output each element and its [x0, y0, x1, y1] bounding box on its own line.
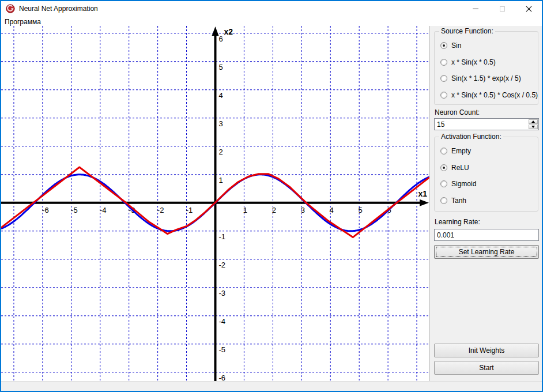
- menu-bar: Программа: [1, 16, 542, 26]
- svg-text:3: 3: [301, 206, 305, 214]
- app-window: Neural Net Approximation Программа -6-5-…: [0, 0, 543, 392]
- svg-text:4: 4: [330, 206, 334, 214]
- svg-text:-4: -4: [219, 317, 226, 326]
- radio-activation-empty[interactable]: Empty: [440, 147, 471, 155]
- radio-label: x * Sin(x * 0.5): [451, 58, 496, 66]
- radio-source-sinexp[interactable]: Sin(x * 1.5) * exp(x / 5): [440, 74, 521, 82]
- svg-text:-2: -2: [157, 206, 164, 214]
- radio-source-sincos[interactable]: x * Sin(x * 0.5) * Cos(x / 0.5): [440, 91, 538, 99]
- init-weights-button[interactable]: Init Weights: [434, 344, 539, 357]
- svg-text:-6: -6: [219, 374, 226, 381]
- radio-button-icon: [440, 42, 447, 49]
- status-bar: [1, 381, 542, 391]
- spin-down-button[interactable]: [529, 125, 538, 129]
- set-learning-rate-button[interactable]: Set Learning Rate: [434, 245, 539, 259]
- svg-text:1: 1: [243, 206, 247, 214]
- neuron-count-spinner: [434, 118, 539, 130]
- menu-item-programma[interactable]: Программа: [1, 17, 44, 27]
- svg-text:5: 5: [359, 206, 363, 214]
- radio-label: ReLU: [451, 164, 469, 172]
- svg-text:-6: -6: [42, 206, 49, 214]
- source-function-group: Source Function: Sin x * Sin(x * 0.5) Si…: [434, 31, 538, 105]
- radio-source-xsin[interactable]: x * Sin(x * 0.5): [440, 58, 496, 66]
- svg-text:-3: -3: [219, 289, 226, 297]
- svg-text:6: 6: [219, 35, 223, 43]
- tick-labels: -6-5-4-3-2-1123456654321-1-2-3-4-5-6: [42, 35, 391, 381]
- radio-activation-tanh[interactable]: Tanh: [440, 197, 466, 205]
- plot-svg: -6-5-4-3-2-1123456654321-1-2-3-4-5-6x2x1: [1, 26, 429, 381]
- minimize-button[interactable]: [462, 1, 489, 16]
- radio-source-sin[interactable]: Sin: [440, 42, 461, 50]
- svg-text:x2: x2: [224, 27, 233, 36]
- learning-rate-label: Learning Rate:: [435, 218, 480, 226]
- svg-text:1: 1: [219, 176, 223, 184]
- arrow-up-icon: [531, 120, 535, 123]
- svg-text:4: 4: [219, 91, 223, 100]
- svg-text:-5: -5: [71, 206, 78, 214]
- window-title: Neural Net Approximation: [19, 1, 98, 16]
- radio-button-icon: [440, 75, 447, 82]
- radio-label: Sigmoid: [451, 180, 476, 188]
- spin-up-button[interactable]: [529, 119, 538, 124]
- radio-button-icon: [440, 148, 447, 154]
- minimize-icon: [473, 9, 478, 9]
- app-icon: [6, 4, 15, 13]
- svg-text:-5: -5: [219, 345, 226, 354]
- svg-text:-4: -4: [100, 206, 107, 214]
- radio-button-icon: [440, 180, 447, 187]
- maximize-icon: [500, 6, 505, 12]
- plot-area: -6-5-4-3-2-1123456654321-1-2-3-4-5-6x2x1: [1, 26, 429, 381]
- close-icon: [526, 6, 532, 12]
- radio-button-icon: [440, 59, 447, 66]
- neuron-count-label: Neuron Count:: [435, 108, 480, 116]
- arrow-down-icon: [531, 126, 535, 128]
- radio-label: Sin: [451, 42, 461, 50]
- svg-text:2: 2: [272, 206, 276, 214]
- radio-label: Empty: [451, 147, 471, 155]
- svg-text:-2: -2: [219, 261, 226, 269]
- radio-button-icon: [440, 92, 447, 99]
- close-button[interactable]: [515, 1, 542, 16]
- learning-rate-input[interactable]: [434, 229, 539, 241]
- radio-activation-sigmoid[interactable]: Sigmoid: [440, 180, 476, 188]
- source-function-legend: Source Function:: [439, 27, 495, 35]
- neuron-count-input[interactable]: [434, 118, 539, 130]
- activation-function-group: Activation Function: Empty ReLU Sigmoid …: [434, 137, 538, 212]
- svg-text:x1: x1: [418, 189, 427, 198]
- svg-text:5: 5: [219, 63, 223, 71]
- svg-text:3: 3: [219, 119, 223, 128]
- radio-label: Sin(x * 1.5) * exp(x / 5): [451, 74, 521, 82]
- radio-activation-relu[interactable]: ReLU: [440, 164, 469, 172]
- radio-button-icon: [440, 197, 447, 204]
- title-bar: Neural Net Approximation: [1, 1, 542, 16]
- activation-function-legend: Activation Function:: [439, 133, 503, 141]
- axis-titles: x2x1: [224, 27, 428, 198]
- svg-text:-1: -1: [186, 206, 193, 214]
- control-panel: Source Function: Sin x * Sin(x * 0.5) Si…: [430, 26, 542, 381]
- maximize-button[interactable]: [489, 1, 515, 16]
- radio-button-icon: [440, 164, 447, 171]
- start-button[interactable]: Start: [434, 361, 539, 375]
- svg-text:2: 2: [219, 148, 223, 156]
- radio-label: x * Sin(x * 0.5) * Cos(x / 0.5): [451, 91, 538, 99]
- svg-text:-1: -1: [219, 232, 226, 241]
- radio-label: Tanh: [451, 197, 466, 205]
